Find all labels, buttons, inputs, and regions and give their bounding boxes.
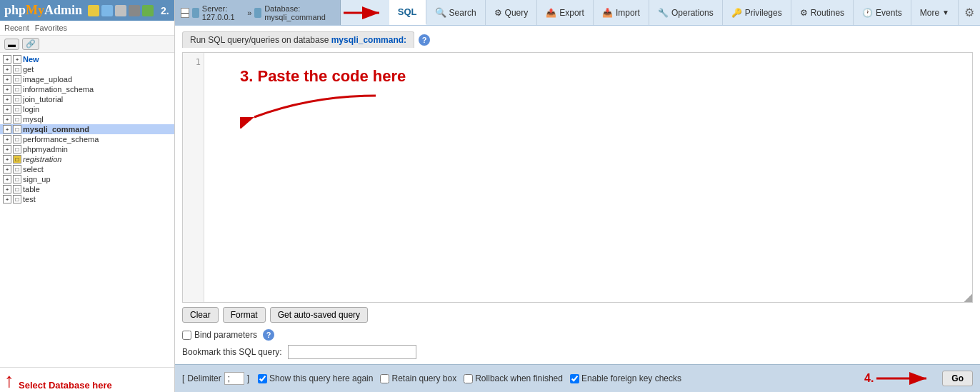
expand-icon-2: □ (13, 165, 21, 174)
foreign-key-label: Enable foreign key checks (581, 373, 681, 383)
tab-content-sql: Run SQL query/queries on database mysqli… (175, 26, 980, 392)
bind-params-help-icon[interactable]: ? (263, 329, 274, 341)
db-item-information_schema[interactable]: + □ information_schema (0, 84, 174, 94)
line-number-1: 1 (186, 57, 201, 67)
tab-import-label: Import (616, 8, 640, 18)
tab-sql[interactable]: SQL (389, 0, 426, 25)
operations-icon: 🔧 (658, 8, 669, 18)
foreign-key-checkbox[interactable] (570, 374, 579, 383)
annotation-4-arrow (876, 368, 934, 388)
db-name: login (23, 105, 39, 114)
expand-icon: + (3, 105, 11, 114)
expand-icon-2: □ (13, 125, 21, 134)
go-button[interactable]: Go (942, 371, 973, 386)
db-item-image_upload[interactable]: + □ image_upload (0, 74, 174, 84)
retain-box-checkbox[interactable] (380, 374, 389, 383)
sql-button-row: Clear Format Get auto-saved query (182, 303, 973, 327)
delimiter-input[interactable] (224, 372, 244, 385)
arrow-annotation-2 (341, 0, 389, 25)
sql-options-row: Bind parameters ? (182, 327, 973, 343)
delimiter-close-bracket: ] (247, 373, 249, 383)
foreign-key-option[interactable]: Enable foreign key checks (570, 373, 681, 383)
expand-icon: + (3, 75, 11, 84)
expand-icon-2: □ (13, 185, 21, 194)
expand-icon: + (3, 155, 11, 164)
tab-import[interactable]: 📥 Import (594, 0, 649, 25)
tab-events[interactable]: 🕐 Events (854, 0, 911, 25)
settings-gear-icon[interactable]: ⚙ (964, 6, 974, 19)
privileges-icon: 🔑 (731, 8, 742, 18)
tab-query[interactable]: ⚙ Query (486, 0, 538, 25)
tab-search-label: Search (449, 8, 476, 18)
info-icon[interactable] (115, 5, 126, 16)
db-item-get[interactable]: + □ get (0, 64, 174, 74)
db-item-mysql[interactable]: + □ mysql (0, 114, 174, 124)
arrow-up-icon: ↑ (4, 371, 14, 391)
logo-my: My (26, 3, 44, 18)
db-item-test[interactable]: + □ test (0, 194, 174, 204)
database-label: Database: mysqli_command (264, 4, 334, 21)
recent-link[interactable]: Recent (4, 24, 29, 32)
resize-handle[interactable] (964, 293, 972, 302)
expand-icon-2: □ (13, 65, 21, 74)
sidebar: phpMyAdmin 2. Recent Favorites ▬ 🔗 (0, 0, 175, 392)
tab-operations-label: Operations (671, 8, 714, 18)
home-icon[interactable] (88, 5, 99, 16)
db-item-performance_schema[interactable]: + □ performance_schema (0, 134, 174, 144)
show-again-option[interactable]: Show this query here again (258, 373, 373, 383)
tab-export[interactable]: 📤 Export (537, 0, 594, 25)
db-item-mysqli_command[interactable]: + □ mysqli_command (0, 124, 174, 134)
tab-privileges[interactable]: 🔑 Privileges (723, 0, 791, 25)
tab-routines[interactable]: ⚙ Routines (791, 0, 854, 25)
bookmark-input[interactable] (288, 345, 416, 359)
collapse-button[interactable]: ▬ (4, 39, 19, 50)
help-icon[interactable]: ? (419, 34, 430, 46)
sql-textarea[interactable] (204, 53, 972, 302)
bind-params-checkbox[interactable] (182, 331, 191, 340)
expand-icon: + (3, 145, 11, 154)
expand-icon-2: □ (13, 115, 21, 124)
expand-icon-2: □ (13, 175, 21, 184)
reload-icon[interactable] (142, 5, 154, 16)
sidebar-toolbar: ▬ 🔗 (0, 36, 174, 53)
db-item-select[interactable]: + □ select (0, 164, 174, 174)
database-icon[interactable] (101, 5, 113, 16)
rollback-checkbox[interactable] (464, 374, 473, 383)
db-item-registration[interactable]: + □ registration (0, 154, 174, 164)
delimiter-section: [ Delimiter ] (182, 372, 249, 385)
db-item-phpmyadmin[interactable]: + □ phpmyadmin (0, 144, 174, 154)
db-item-table[interactable]: + □ table (0, 184, 174, 194)
db-item-login[interactable]: + □ login (0, 104, 174, 114)
logo: phpMyAdmin (4, 3, 82, 18)
sidebar-icons (88, 5, 154, 16)
tab-operations[interactable]: 🔧 Operations (649, 0, 723, 25)
format-button[interactable]: Format (223, 307, 266, 323)
step-2-label: 2. (161, 5, 169, 16)
top-bar: — Server: 127.0.0.1 » Database: mysqli_c… (175, 0, 980, 26)
db-name: select (23, 165, 44, 174)
rollback-option[interactable]: Rollback when finished (464, 373, 563, 383)
retain-box-option[interactable]: Retain query box (380, 373, 456, 383)
events-icon: 🕐 (862, 8, 873, 18)
sql-editor-area: 1 3. Paste the code here (182, 52, 973, 303)
db-item-sign_up[interactable]: + □ sign_up (0, 174, 174, 184)
breadcrumb-area: — Server: 127.0.0.1 » Database: mysqli_c… (175, 0, 341, 25)
expand-icon-2: □ (13, 105, 21, 114)
tab-search[interactable]: 🔍 Search (426, 0, 486, 25)
server-icon (192, 8, 199, 18)
bind-params-label[interactable]: Bind parameters (194, 330, 257, 340)
autosave-button[interactable]: Get auto-saved query (270, 307, 368, 323)
tab-more[interactable]: More ▼ (911, 0, 959, 25)
db-name: registration (23, 155, 61, 164)
clear-button[interactable]: Clear (182, 307, 219, 323)
expand-icon-2: □ (13, 85, 21, 94)
link-button[interactable]: 🔗 (22, 38, 39, 50)
db-item-join_tutorial[interactable]: + □ join_tutorial (0, 94, 174, 104)
gear-icon[interactable] (129, 5, 140, 16)
minimize-button[interactable]: — (181, 8, 189, 18)
step-4-label: 4. (864, 372, 874, 385)
favorites-link[interactable]: Favorites (35, 24, 67, 32)
db-item-new[interactable]: + + New (0, 54, 174, 64)
show-again-checkbox[interactable] (258, 374, 267, 383)
sql-icon: SQL (398, 6, 417, 17)
